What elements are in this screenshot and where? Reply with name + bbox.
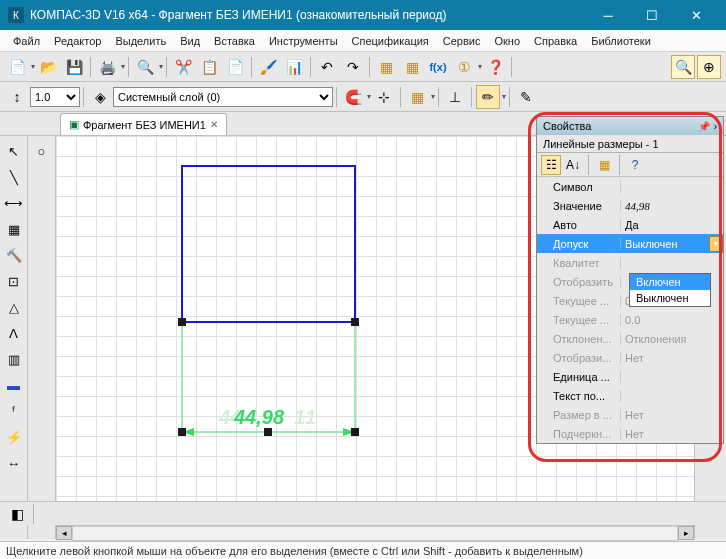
props-value[interactable]: Выключен▾ bbox=[621, 236, 723, 252]
props-lib-button[interactable]: ▦ bbox=[594, 155, 614, 175]
app-icon: К bbox=[8, 7, 24, 23]
ortho-button[interactable]: ⊥ bbox=[443, 85, 467, 109]
magnet-button[interactable]: 🧲 bbox=[341, 85, 365, 109]
menu-tools[interactable]: Инструменты bbox=[262, 33, 345, 49]
menu-service[interactable]: Сервис bbox=[436, 33, 488, 49]
circle-tool[interactable]: ○ bbox=[30, 139, 54, 163]
undo-button[interactable]: ↶ bbox=[315, 55, 339, 79]
measure-tool[interactable]: Ʌ bbox=[2, 321, 26, 345]
line-tool[interactable]: ╲ bbox=[2, 165, 26, 189]
props-key: Текущее ... bbox=[537, 295, 621, 307]
dropdown-button[interactable]: ▾ bbox=[709, 236, 723, 252]
tolerance-dropdown[interactable]: ВключенВыключен bbox=[629, 273, 711, 307]
menu-view[interactable]: Вид bbox=[173, 33, 207, 49]
print-button[interactable]: 🖨️ bbox=[95, 55, 119, 79]
props-row[interactable]: Размер в ...Нет bbox=[537, 405, 723, 424]
copy-button[interactable]: 📋 bbox=[197, 55, 221, 79]
props-row[interactable]: Единица ... bbox=[537, 367, 723, 386]
props-sort-button[interactable]: A↓ bbox=[563, 155, 583, 175]
layers-button[interactable]: ↕ bbox=[5, 85, 29, 109]
lib1-button[interactable]: ▦ bbox=[374, 55, 398, 79]
pin-icon[interactable]: 📌 bbox=[698, 121, 710, 132]
arrow-tool[interactable]: ↖ bbox=[2, 139, 26, 163]
layer-icon[interactable]: ◈ bbox=[88, 85, 112, 109]
edit-tool-button[interactable]: ✎ bbox=[514, 85, 538, 109]
props-row[interactable]: Значение44,98 bbox=[537, 196, 723, 215]
minimize-button[interactable]: ─ bbox=[586, 0, 630, 30]
zoom-in-button[interactable]: 🔍 bbox=[671, 55, 695, 79]
param-tool[interactable]: ⊡ bbox=[2, 269, 26, 293]
zoom-select[interactable]: 1.0 bbox=[30, 87, 80, 107]
lib2-button[interactable]: ▦ bbox=[400, 55, 424, 79]
props-row[interactable]: Квалитет bbox=[537, 253, 723, 272]
props-row[interactable]: ДопускВыключен▾ bbox=[537, 234, 723, 253]
dim-tool-button[interactable]: ✏ bbox=[476, 85, 500, 109]
scroll-track[interactable] bbox=[72, 526, 678, 541]
props-value[interactable]: Нет bbox=[621, 409, 723, 421]
menu-select[interactable]: Выделить bbox=[108, 33, 173, 49]
props-header[interactable]: Свойства 📌 › bbox=[537, 117, 723, 135]
props-button[interactable]: 📊 bbox=[282, 55, 306, 79]
angle-tool[interactable]: △ bbox=[2, 295, 26, 319]
props-row[interactable]: Отклонен...Отклонения bbox=[537, 329, 723, 348]
snap1-button[interactable]: ⊹ bbox=[372, 85, 396, 109]
props-value[interactable]: Отклонения bbox=[621, 333, 723, 345]
edit-tool[interactable]: 🔨 bbox=[2, 243, 26, 267]
props-value[interactable]: Нет bbox=[621, 428, 723, 440]
props-row[interactable]: АвтоДа bbox=[537, 215, 723, 234]
menu-help[interactable]: Справка bbox=[527, 33, 584, 49]
menu-file[interactable]: Файл bbox=[6, 33, 47, 49]
help-pointer-button[interactable]: ❓ bbox=[483, 55, 507, 79]
paste-button[interactable]: 📄 bbox=[223, 55, 247, 79]
dropdown-option[interactable]: Выключен bbox=[630, 290, 710, 306]
props-key: Отобразить bbox=[537, 276, 621, 288]
ruler-tool[interactable]: ↔ bbox=[2, 451, 26, 475]
maximize-button[interactable]: ☐ bbox=[630, 0, 674, 30]
new-button[interactable]: 📄 bbox=[5, 55, 29, 79]
props-categorize-button[interactable]: ☷ bbox=[541, 155, 561, 175]
props-row[interactable]: Отобрази...Нет bbox=[537, 348, 723, 367]
calc-button[interactable]: ① bbox=[452, 55, 476, 79]
props-value[interactable]: 44,98 bbox=[621, 200, 723, 212]
bt-tool1[interactable]: ◧ bbox=[5, 502, 29, 526]
zoom-fit-button[interactable]: ⊕ bbox=[697, 55, 721, 79]
props-row[interactable]: Подчеркн...Нет bbox=[537, 424, 723, 443]
props-value[interactable]: Нет bbox=[621, 352, 723, 364]
preview-button[interactable]: 🔍 bbox=[133, 55, 157, 79]
fx-button[interactable]: f(x) bbox=[426, 55, 450, 79]
menu-editor[interactable]: Редактор bbox=[47, 33, 108, 49]
bolt-tool[interactable]: ⚡ bbox=[2, 425, 26, 449]
props-row[interactable]: Текущее ...0.0 bbox=[537, 310, 723, 329]
scroll-left-button[interactable]: ◂ bbox=[56, 526, 72, 540]
props-key: Текст по... bbox=[537, 390, 621, 402]
status-bar: Щелкните левой кнопкой мыши на объекте д… bbox=[0, 541, 726, 559]
layer-select[interactable]: Системный слой (0) bbox=[113, 87, 333, 107]
document-tab[interactable]: ▣ Фрагмент БЕЗ ИМЕНИ1 ✕ bbox=[60, 113, 227, 135]
open-button[interactable]: 📂 bbox=[36, 55, 60, 79]
redo-button[interactable]: ↷ bbox=[341, 55, 365, 79]
props-row[interactable]: Символ bbox=[537, 177, 723, 196]
scroll-right-button[interactable]: ▸ bbox=[678, 526, 694, 540]
props-value[interactable]: 0.0 bbox=[621, 314, 723, 326]
report-tool[interactable]: ▬ bbox=[2, 373, 26, 397]
horizontal-scrollbar[interactable]: ◂ ▸ bbox=[56, 525, 694, 541]
hatch-tool[interactable]: ▦ bbox=[2, 217, 26, 241]
save-button[interactable]: 💾 bbox=[62, 55, 86, 79]
props-help-button[interactable]: ? bbox=[625, 155, 645, 175]
dim-tool[interactable]: ⟷ bbox=[2, 191, 26, 215]
props-close-icon[interactable]: › bbox=[714, 121, 717, 132]
brush-button[interactable]: 🖌️ bbox=[256, 55, 280, 79]
grid-button[interactable]: ▦ bbox=[405, 85, 429, 109]
menu-libraries[interactable]: Библиотеки bbox=[584, 33, 658, 49]
cut-button[interactable]: ✂️ bbox=[171, 55, 195, 79]
menu-window[interactable]: Окно bbox=[487, 33, 527, 49]
menu-insert[interactable]: Вставка bbox=[207, 33, 262, 49]
tab-close-icon[interactable]: ✕ bbox=[210, 119, 218, 130]
param2-tool[interactable]: ᶠ bbox=[2, 399, 26, 423]
close-button[interactable]: ✕ bbox=[674, 0, 718, 30]
menu-spec[interactable]: Спецификация bbox=[345, 33, 436, 49]
table-tool[interactable]: ▥ bbox=[2, 347, 26, 371]
props-value[interactable]: Да bbox=[621, 219, 723, 231]
dropdown-option[interactable]: Включен bbox=[630, 274, 710, 290]
props-row[interactable]: Текст по... bbox=[537, 386, 723, 405]
